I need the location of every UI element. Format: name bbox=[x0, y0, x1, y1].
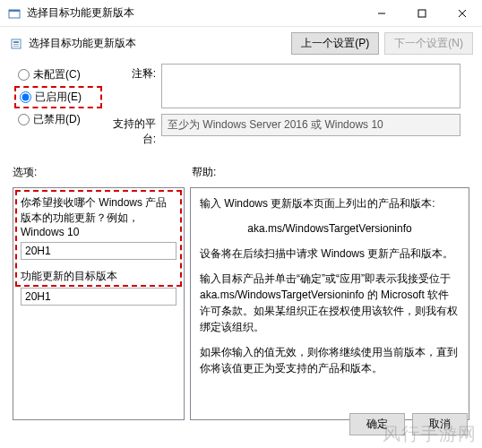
svg-rect-9 bbox=[13, 46, 19, 47]
product-version-input[interactable] bbox=[21, 242, 176, 260]
previous-setting-button[interactable]: 上一个设置(P) bbox=[291, 32, 379, 55]
radio-enabled-input[interactable] bbox=[20, 91, 31, 103]
options-heading: 选项: bbox=[13, 165, 192, 180]
svg-rect-8 bbox=[13, 44, 19, 45]
window-title: 选择目标功能更新版本 bbox=[27, 5, 361, 21]
svg-rect-7 bbox=[13, 41, 19, 43]
ok-button[interactable]: 确定 bbox=[349, 413, 405, 435]
help-text-1: 输入 Windows 更新版本页面上列出的产品和版本: bbox=[200, 195, 460, 211]
radio-not-configured-label: 未配置(C) bbox=[33, 67, 81, 82]
product-version-label: 你希望接收哪个 Windows 产品版本的功能更新？例如，Windows 10 bbox=[21, 195, 176, 238]
close-button[interactable] bbox=[442, 0, 482, 27]
help-link-text: aka.ms/WindowsTargetVersioninfo bbox=[200, 220, 460, 237]
maximize-button[interactable] bbox=[401, 0, 442, 27]
next-setting-button[interactable]: 下一个设置(N) bbox=[384, 32, 473, 55]
help-text-5: 如果你输入的值无效，则你将继续使用当前版本，直到你将该值更正为受支持的产品和版本… bbox=[200, 344, 460, 376]
comment-label: 注释: bbox=[108, 64, 161, 82]
radio-disabled-label: 已禁用(D) bbox=[33, 112, 81, 127]
minimize-button[interactable] bbox=[361, 0, 401, 27]
radio-enabled-label: 已启用(E) bbox=[35, 90, 82, 105]
svg-rect-1 bbox=[9, 10, 20, 12]
radio-not-configured[interactable]: 未配置(C) bbox=[18, 67, 99, 82]
radio-enabled[interactable]: 已启用(E) bbox=[20, 90, 97, 105]
platform-label: 支持的平台: bbox=[108, 114, 161, 147]
cancel-button[interactable]: 取消 bbox=[412, 413, 468, 435]
platform-value: 至少为 Windows Server 2016 或 Windows 10 bbox=[161, 114, 460, 136]
radio-disabled[interactable]: 已禁用(D) bbox=[18, 112, 99, 127]
radio-disabled-input[interactable] bbox=[18, 114, 30, 125]
options-pane: 你希望接收哪个 Windows 产品版本的功能更新？例如，Windows 10 … bbox=[13, 187, 185, 420]
help-text-4: 输入目标产品并单击“确定”或“应用”即表示我接受位于 aka.ms/Window… bbox=[200, 271, 460, 335]
help-pane: 输入 Windows 更新版本页面上列出的产品和版本: aka.ms/Windo… bbox=[190, 187, 469, 420]
policy-title: 选择目标功能更新版本 bbox=[29, 36, 136, 51]
help-text-3: 设备将在后续扫描中请求 Windows 更新产品和版本。 bbox=[200, 246, 460, 262]
policy-icon bbox=[9, 37, 23, 51]
help-heading: 帮助: bbox=[192, 165, 216, 180]
comment-input[interactable] bbox=[161, 64, 460, 108]
app-icon bbox=[7, 6, 22, 21]
target-version-label: 功能更新的目标版本 bbox=[21, 269, 176, 284]
target-version-input[interactable] bbox=[21, 288, 176, 306]
radio-not-configured-input[interactable] bbox=[18, 69, 30, 81]
svg-rect-3 bbox=[418, 10, 426, 17]
